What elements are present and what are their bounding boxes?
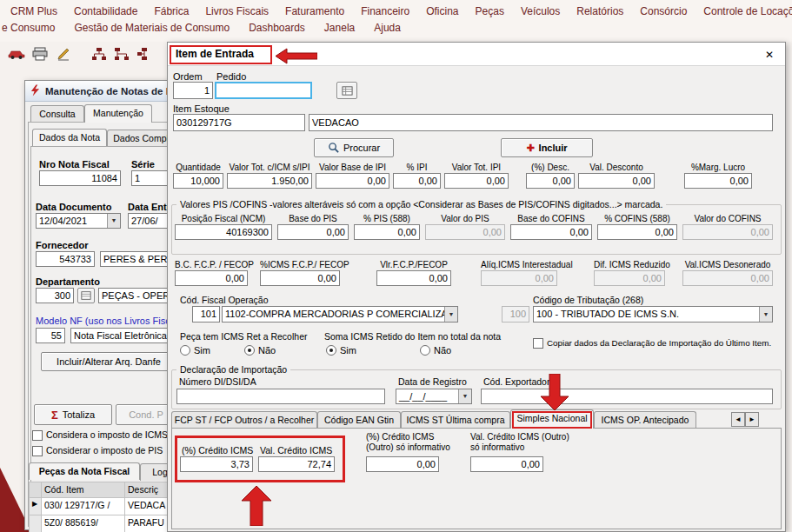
- serie-input[interactable]: 1: [131, 170, 168, 186]
- ncm-input[interactable]: 40169300: [175, 224, 272, 240]
- base-cofins-input[interactable]: 0,00: [510, 224, 592, 240]
- close-icon[interactable]: ✕: [762, 47, 777, 63]
- menu-item-dashboards[interactable]: Dashboards: [249, 22, 305, 34]
- valor-base-ipi-input[interactable]: 0,00: [316, 173, 389, 189]
- menu-item-relatorios[interactable]: Relatórios: [576, 5, 623, 17]
- bc-fecop-input[interactable]: 0,00: [175, 270, 248, 286]
- tributacao-combo[interactable]: 100 - TRIBUTADO DE ICMS S.N. ▼: [533, 306, 773, 323]
- menu-item-gestao-materiais[interactable]: Gestão de Materiais de Consumo: [74, 22, 230, 34]
- cfop-combo[interactable]: 1102-COMPRA MERCADORIAS P COMERCIALIZACA…: [222, 306, 458, 323]
- menu-item-consorcio[interactable]: Consórcio: [640, 5, 687, 17]
- tab-fcp-st[interactable]: FCP ST / FCP Outros / a Recolher: [171, 411, 317, 428]
- dialog-titlebar[interactable]: Item de Entrada ✕: [168, 43, 785, 66]
- pct-cofins-input[interactable]: 0,00: [597, 224, 677, 240]
- field-pct-icms-fecop: %ICMS F.C.P./ FECOP 0,00: [260, 260, 340, 286]
- chevron-down-icon[interactable]: ▼: [759, 307, 772, 322]
- base-pis-input[interactable]: 0,00: [277, 224, 349, 240]
- tab-pecas-nota-fiscal[interactable]: Peças da Nota Fiscal: [29, 462, 140, 480]
- field-pct-pis: % PIS (588) 0,00: [354, 214, 420, 240]
- menu-item-faturamento[interactable]: Faturamento: [285, 5, 344, 17]
- tab-consulta[interactable]: Consulta: [30, 105, 84, 123]
- procurar-button[interactable]: Procurar: [314, 138, 394, 157]
- pct-desc-input[interactable]: 0,00: [526, 173, 575, 189]
- menu-item-veiculos[interactable]: Veículos: [521, 5, 560, 17]
- quantidade-input[interactable]: 10,000: [173, 173, 223, 189]
- icms-ret-nao-radio[interactable]: [244, 345, 255, 356]
- pedido-lookup-button[interactable]: [336, 82, 357, 99]
- totaliza-button[interactable]: Σ Totaliza: [34, 404, 112, 425]
- departamento-code-input[interactable]: 300: [36, 288, 74, 303]
- menu-item-livros-fiscais[interactable]: Livros Fiscais: [205, 5, 269, 17]
- tab-scroll-left-icon[interactable]: ◄: [731, 412, 745, 427]
- val-desconto-input[interactable]: 0,00: [578, 173, 655, 189]
- pct-pis-input[interactable]: 0,00: [354, 224, 420, 240]
- soma-icms-label: Soma ICMS Retido do Item no total da not…: [324, 331, 501, 342]
- item-code-input[interactable]: 030129717G: [173, 114, 305, 131]
- data-documento-combo[interactable]: 12/04/2021 ▼: [36, 213, 121, 229]
- signature-icon[interactable]: [54, 44, 73, 63]
- valor-tot-ipi-input[interactable]: 0,00: [444, 173, 509, 189]
- subtab-dados-da-nota[interactable]: Dados da Nota: [32, 129, 107, 146]
- chevron-down-icon[interactable]: ▼: [107, 214, 120, 228]
- car-icon[interactable]: [7, 44, 26, 63]
- soma-icms-sim-radio[interactable]: [326, 345, 336, 356]
- tab-manutencao[interactable]: Manutenção: [84, 104, 152, 123]
- credito-icms-val-input[interactable]: 72,74: [258, 456, 335, 472]
- fornecedor-code-input[interactable]: 543733: [36, 251, 95, 267]
- pct-ipi-input[interactable]: 0,00: [393, 173, 441, 189]
- considera-pis-checkbox[interactable]: [32, 446, 43, 456]
- menu-row-1: CRM Plus Contabilidade Fábrica Livros Fi…: [0, 0, 792, 17]
- tab-scroll-right-icon[interactable]: ►: [745, 412, 759, 427]
- ordem-input[interactable]: 1: [173, 82, 213, 99]
- vlr-fecop-input[interactable]: 0,00: [376, 270, 451, 286]
- considera-icms-checkbox[interactable]: [32, 430, 43, 441]
- credito-outro-pct-input[interactable]: 0,00: [366, 456, 439, 472]
- valor-tot-icms-input[interactable]: 1.950,00: [227, 173, 312, 189]
- di-numero-input[interactable]: [176, 389, 385, 404]
- nro-nota-input[interactable]: 11084: [39, 170, 121, 186]
- modelo-nf-code-input[interactable]: 55: [36, 328, 65, 343]
- org-chart-icon-1[interactable]: [90, 44, 109, 63]
- danfe-button[interactable]: Incluir/Alterar Arq. Danfe: [41, 352, 176, 371]
- marg-lucro-input[interactable]: 0,00: [684, 173, 752, 189]
- toolbar: [0, 42, 167, 66]
- icms-ret-sim-radio[interactable]: [180, 345, 190, 356]
- incluir-button[interactable]: ✚ Incluir: [501, 138, 593, 157]
- menu-item-ajuda[interactable]: Ajuda: [374, 22, 401, 34]
- soma-icms-nao-label: Não: [434, 345, 451, 356]
- cfop-code-input[interactable]: 101: [192, 306, 220, 323]
- menu-item-consumo[interactable]: e Consumo: [2, 22, 55, 34]
- chevron-down-icon[interactable]: ▼: [458, 389, 471, 403]
- menu-item-oficina[interactable]: Oficina: [426, 5, 458, 17]
- copiar-di-checkbox[interactable]: [533, 338, 543, 349]
- pedido-input[interactable]: [215, 82, 312, 99]
- printer-icon[interactable]: [30, 44, 50, 63]
- considera-pis-label: Considerar o imposto de PIS: [46, 445, 163, 456]
- org-chart-icon-3[interactable]: [135, 44, 154, 63]
- menu-item-janela[interactable]: Janela: [324, 22, 355, 34]
- chevron-down-icon[interactable]: ▼: [444, 307, 457, 322]
- tab-codigo-ean[interactable]: Código EAN Gtin: [317, 411, 401, 428]
- credito-icms-pct-input[interactable]: 3,73: [180, 456, 253, 472]
- tab-simples-nacional[interactable]: Simples Nacional: [510, 409, 594, 429]
- table-row-1-cod[interactable]: 030/ 129717/G /: [41, 497, 125, 515]
- copiar-di-label: Copiar dados da Declaração de Importação…: [547, 338, 775, 348]
- menu-item-financeiro[interactable]: Financeiro: [361, 5, 409, 17]
- di-exportador-input[interactable]: [481, 389, 773, 404]
- table-row-2-cod[interactable]: 5Z0/ 885619/: [41, 515, 125, 532]
- menu-item-crm-plus[interactable]: CRM Plus: [10, 5, 57, 17]
- credito-outro-val-input[interactable]: 0,00: [470, 456, 543, 472]
- dialog-title: Item de Entrada: [176, 48, 254, 60]
- menu-item-controle-locacoes[interactable]: Controle de Locações: [703, 5, 792, 17]
- tab-icms-st-ultima-compra[interactable]: ICMS ST Última compra: [401, 411, 510, 428]
- di-data-combo[interactable]: __/__/____ ▼: [396, 389, 472, 404]
- tab-icms-op-antecipado[interactable]: ICMS OP. Antecipado: [594, 411, 696, 428]
- item-desc-input[interactable]: VEDACAO: [309, 114, 773, 131]
- departamento-lookup-button[interactable]: [77, 288, 95, 303]
- org-chart-icon-2[interactable]: [112, 44, 131, 63]
- menu-item-contabilidade[interactable]: Contabilidade: [74, 5, 137, 17]
- menu-item-fabrica[interactable]: Fábrica: [154, 5, 189, 17]
- soma-icms-nao-radio[interactable]: [420, 345, 430, 356]
- pct-icms-fecop-input[interactable]: 0,00: [260, 270, 340, 286]
- menu-item-pecas[interactable]: Peças: [476, 5, 504, 17]
